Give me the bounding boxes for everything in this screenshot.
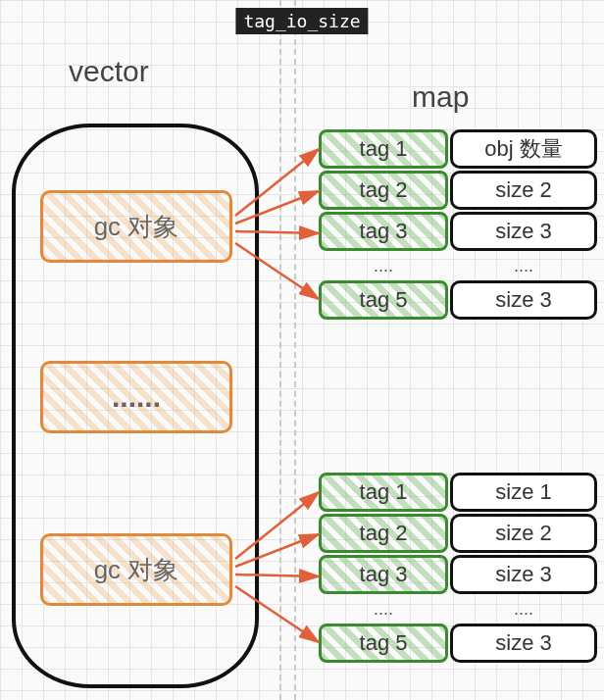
ellipsis-tag: ....	[319, 253, 448, 278]
map-label: map	[412, 80, 469, 114]
divider-line-1	[279, 0, 281, 700]
map-row: tag 3 size 3	[319, 212, 597, 251]
vector-label: vector	[69, 55, 149, 88]
map-row-ellipsis: .... ....	[319, 596, 597, 622]
vector-item: gc 对象	[40, 533, 232, 606]
tag-cell: tag 2	[319, 514, 448, 553]
tag-cell: tag 5	[319, 280, 448, 320]
value-cell: size 3	[450, 555, 597, 594]
ellipsis-value: ....	[450, 596, 597, 622]
ellipsis-value: ....	[450, 253, 597, 278]
map-row: tag 1 size 1	[319, 473, 597, 512]
map-row: tag 5 size 3	[319, 624, 597, 663]
vector-item-label: gc 对象	[94, 210, 179, 244]
map-row: tag 2 size 2	[319, 514, 597, 553]
value-cell: size 3	[450, 624, 597, 663]
map-row: tag 3 size 3	[319, 555, 597, 594]
tag-cell: tag 5	[319, 624, 448, 663]
tag-cell: tag 3	[319, 212, 448, 251]
map-row: tag 2 size 2	[319, 171, 597, 210]
value-cell: obj 数量	[450, 129, 597, 169]
tag-cell: tag 2	[319, 171, 448, 210]
map-row: tag 1 obj 数量	[319, 129, 597, 169]
divider-line-2	[294, 0, 296, 700]
map-row-ellipsis: .... ....	[319, 253, 597, 278]
map-block: tag 1 obj 数量 tag 2 size 2 tag 3 size 3 .…	[319, 129, 597, 322]
tag-cell: tag 3	[319, 555, 448, 594]
tag-cell: tag 1	[319, 473, 448, 512]
vector-container: gc 对象 ...... gc 对象	[12, 124, 259, 688]
value-cell: size 2	[450, 514, 597, 553]
diagram-title: tag_io_size	[235, 8, 368, 34]
value-cell: size 3	[450, 280, 597, 320]
ellipsis-tag: ....	[319, 596, 448, 622]
vector-item: gc 对象	[40, 190, 232, 263]
vector-item: ......	[40, 361, 232, 433]
value-cell: size 3	[450, 212, 597, 251]
map-block: tag 1 size 1 tag 2 size 2 tag 3 size 3 .…	[319, 473, 597, 665]
vector-item-label: ......	[112, 380, 161, 414]
value-cell: size 1	[450, 473, 597, 512]
value-cell: size 2	[450, 171, 597, 210]
vector-item-label: gc 对象	[94, 553, 179, 587]
map-row: tag 5 size 3	[319, 280, 597, 320]
tag-cell: tag 1	[319, 129, 448, 169]
